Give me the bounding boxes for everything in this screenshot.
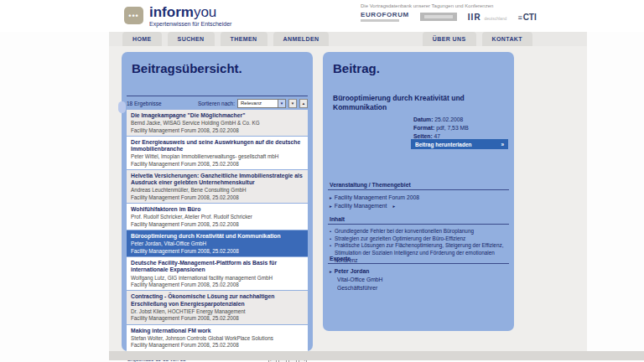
result-event: Facility Management Forum 2008, 25.02.20…	[131, 342, 304, 348]
inhalt-bullet-1: • Grundlegende Fehler bei der konvention…	[330, 228, 507, 235]
result-event: Facility Management Forum 2008, 25.02.20…	[131, 282, 304, 287]
sort-label: Sortieren nach:	[198, 101, 235, 106]
nav-tab-kontakt[interactable]: KONTAKT	[482, 32, 533, 46]
event-link-thema-label: Facility Management	[335, 202, 387, 210]
result-title: Die Imagekampagne "Die Möglichmacher"	[131, 112, 304, 119]
result-author: Bernd Jacke, WISAG Service Holding GmbH …	[131, 120, 304, 126]
result-event: Facility Management Forum 2008, 25.02.20…	[131, 161, 304, 167]
nav-left-group: HOME SUCHEN THEMEN ANMELDEN	[122, 32, 335, 46]
meta-datum: Datum: 25.02.2008	[413, 116, 469, 124]
header: ••• informyou Expertenwissen für Entsche…	[0, 0, 644, 32]
result-event: Facility Management Forum 2008, 25.02.20…	[131, 248, 304, 254]
result-author: Peter Wittel, Imoplan Immobilienverwaltu…	[131, 153, 304, 159]
inhalt-bullet-2-text: Strategien zur gezielten Optimierung der…	[335, 235, 465, 243]
result-row-6[interactable]: Deutsche Facility-Management-Plattform a…	[127, 257, 308, 290]
section-veranstaltung: Veranstaltung / Themengebiet ▸ Facility …	[328, 182, 509, 210]
cti-bars-icon: ≡	[517, 13, 522, 22]
euroforum-logo-tagline	[361, 19, 399, 22]
brand-text: informyou Expertenwissen für Entscheider	[149, 5, 231, 27]
brand-name-bold: inform	[149, 4, 194, 20]
results-toolbar: 18 Ergebnisse Sortieren nach: Relevanz ▼…	[127, 96, 308, 108]
result-row-8[interactable]: Making international FM work Stefan Wolt…	[127, 325, 308, 351]
nav-tab-anmelden[interactable]: ANMELDEN	[273, 32, 330, 46]
result-title: Wohlfühlfaktoren im Büro	[131, 206, 304, 213]
nav-tab-ueber-uns[interactable]: ÜBER UNS	[423, 32, 476, 46]
meta-format: Format: pdf, 7,53 MB	[413, 124, 469, 132]
meta-datum-value: 25.02.2008	[434, 116, 463, 122]
sort-select-value: Relevanz	[238, 100, 278, 107]
result-row-2[interactable]: Der Energieausweis und seine Auswirkunge…	[127, 137, 308, 169]
nav-tab-home[interactable]: HOME	[122, 32, 162, 46]
detail-panel: Beitrag. Bürooptimierung durch Kreativit…	[323, 52, 514, 331]
result-author: Andreas Leuchtenmüller, Bene Consulting …	[131, 187, 304, 193]
section-veranstaltung-title: Veranstaltung / Themengebiet	[328, 182, 509, 190]
euroforum-logo-text: EUROFORUM	[361, 11, 409, 18]
result-author: Dr. Jobst Klien, HOCHTIEF Energy Managem…	[131, 308, 304, 314]
section-experte: Experte ▸ Peter Jordan Vital-Office GmbH…	[328, 256, 509, 292]
result-title: Helvetia Versicherungen: Ganzheitliche I…	[131, 173, 304, 186]
result-row-1[interactable]: Die Imagekampagne "Die Möglichmacher" Be…	[127, 110, 308, 136]
brand-logo[interactable]: ••• informyou Expertenwissen für Entsche…	[124, 5, 231, 27]
download-button[interactable]: Beitrag herunterladen »	[411, 139, 508, 149]
sort-ascending-button[interactable]: ▲	[299, 99, 308, 108]
event-link-forum-label: Facility Management Forum 2008	[335, 194, 419, 202]
detail-heading: Bürooptimierung durch Kreativität und Ko…	[333, 94, 482, 112]
nav-tab-themen[interactable]: THEMEN	[221, 32, 267, 46]
euroforum-logo[interactable]: EUROFORUM	[361, 12, 409, 22]
dropdown-arrow-icon[interactable]: ▼	[278, 100, 285, 107]
result-author: Stefan Wolter, Johnson Controls Global W…	[131, 335, 304, 341]
expert-name: Peter Jordan	[335, 267, 370, 276]
expert-company: Vital-Office GmbH	[337, 276, 507, 284]
nav-right-group: ÜBER UNS KONTAKT	[423, 32, 538, 46]
cti-logo-text: CTI	[523, 13, 537, 22]
footer-bar	[109, 351, 644, 360]
brand-tagline: Expertenwissen für Entscheider	[149, 21, 231, 27]
main-nav: HOME SUCHEN THEMEN ANMELDEN ÜBER UNS KON…	[109, 32, 587, 46]
page: ••• informyou Expertenwissen für Entsche…	[0, 0, 644, 362]
meta-format-value: pdf, 7,53 MB	[436, 125, 469, 131]
section-inhalt-title: Inhalt	[328, 216, 509, 225]
brand-name: informyou	[149, 4, 216, 20]
cti-logo[interactable]: ≡CTI	[517, 13, 536, 22]
event-link-thema[interactable]: ▸ Facility Management ▸	[330, 202, 507, 210]
panel-collapse-handle[interactable]	[118, 101, 126, 113]
double-arrow-icon: »	[501, 142, 504, 147]
results-panel: Beitragsübersicht. 18 Ergebnisse Sortier…	[122, 52, 313, 351]
sort-descending-button[interactable]: ▼	[288, 99, 297, 108]
result-row-4[interactable]: Wohlfühlfaktoren im Büro Prof. Rudolf Sc…	[127, 204, 308, 230]
iir-logo[interactable]: IIR deutschland	[468, 13, 507, 22]
result-title: Der Energieausweis und seine Auswirkunge…	[131, 139, 304, 153]
result-event: Facility Management Forum 2008, 25.02.20…	[131, 315, 304, 321]
result-row-3[interactable]: Helvetia Versicherungen: Ganzheitliche I…	[127, 170, 308, 203]
result-row-7[interactable]: Contracting - Ökonomische Lösung zur nac…	[127, 291, 308, 323]
link-arrow-icon: ▸	[392, 203, 395, 209]
result-author: Wolfgang Lutz, GIG international facilit…	[131, 275, 304, 281]
sort-select[interactable]: Relevanz ▼	[237, 99, 286, 108]
inhalt-bullet-2: • Strategien zur gezielten Optimierung d…	[330, 235, 507, 243]
link-arrow-icon: ▸	[330, 203, 332, 209]
bullet-icon: •	[330, 228, 331, 235]
result-title: Contracting - Ökonomische Lösung zur nac…	[131, 293, 304, 307]
inhalt-bullet-1-text: Grundlegende Fehler bei der konventionel…	[335, 228, 474, 235]
partner-box-logo[interactable]	[420, 13, 457, 21]
sort-group: Sortieren nach: Relevanz ▼ ▼ ▲	[198, 99, 308, 108]
section-experte-body: ▸ Peter Jordan Vital-Office GmbH Geschäf…	[328, 264, 509, 292]
expert-name-link[interactable]: ▸ Peter Jordan	[330, 267, 507, 276]
iir-logo-sub: deutschland	[484, 16, 506, 21]
result-title: Making international FM work	[131, 328, 304, 334]
content-area: Beitragsübersicht. 18 Ergebnisse Sortier…	[109, 46, 587, 351]
link-arrow-icon: ▸	[330, 268, 332, 275]
result-author: Peter Jordan, Vital-Office GmbH	[131, 240, 304, 246]
result-row-5-selected[interactable]: Bürooptimierung durch Kreativität und Ko…	[127, 230, 308, 256]
result-title: Bürooptimierung durch Kreativität und Ko…	[131, 233, 304, 240]
bullet-icon: •	[330, 235, 331, 243]
result-event: Facility Management Forum 2008, 25.02.20…	[131, 221, 304, 227]
event-link-forum[interactable]: ▸ Facility Management Forum 2008	[330, 194, 507, 202]
download-button-label: Beitrag herunterladen	[415, 142, 472, 147]
result-event: Facility Management Forum 2008, 25.02.20…	[131, 194, 304, 200]
partner-box-logo-inner	[424, 15, 453, 18]
meta-format-label: Format:	[413, 125, 434, 131]
nav-tab-suchen[interactable]: SUCHEN	[168, 32, 215, 46]
logo-dots-icon: •••	[124, 7, 143, 24]
expert-role: Geschäftsführer	[337, 284, 507, 292]
